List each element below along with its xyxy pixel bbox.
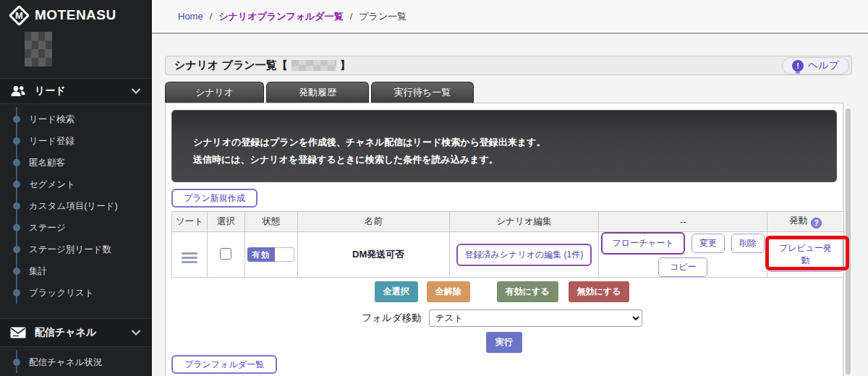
row-checkbox[interactable] bbox=[220, 248, 231, 260]
folder-move-label: フォルダ移動 bbox=[362, 312, 421, 325]
disable-button[interactable]: 無効にする bbox=[569, 281, 630, 302]
question-help-icon[interactable]: ? bbox=[811, 218, 822, 228]
plan-folder-list-button[interactable]: プランフォルダ一覧 bbox=[171, 355, 277, 374]
bullet-icon bbox=[13, 159, 20, 166]
plan-table: ソート 選択 状態 名前 シナリオ編集 -- 発動? bbox=[171, 211, 844, 278]
bullet-icon bbox=[13, 268, 20, 275]
lightbulb-icon: ! bbox=[792, 60, 804, 72]
tab-scenario[interactable]: シナリオ bbox=[165, 82, 264, 103]
clear-all-button[interactable]: 全解除 bbox=[427, 281, 470, 302]
bullet-icon bbox=[13, 224, 20, 231]
col-header-sort: ソート bbox=[172, 212, 208, 232]
col-header-actions: -- bbox=[599, 212, 767, 232]
sidebar-item-stage[interactable]: ステージ bbox=[0, 217, 152, 239]
bullet-icon bbox=[13, 246, 20, 253]
tab-pending-list[interactable]: 実行待ち一覧 bbox=[371, 82, 474, 103]
breadcrumb-separator: / bbox=[350, 11, 353, 22]
select-cell bbox=[207, 232, 244, 278]
sidebar-submenu-channels: 配信チャネル状況 bbox=[0, 347, 152, 376]
sidebar-item-lead-register[interactable]: リード登録 bbox=[0, 130, 152, 152]
sidebar-section-label: リード bbox=[35, 85, 66, 98]
breadcrumb-home-link[interactable]: Home bbox=[178, 11, 203, 22]
enable-button[interactable]: 有効にする bbox=[497, 281, 558, 302]
col-header-trigger: 発動? bbox=[767, 212, 844, 232]
breadcrumb-separator: / bbox=[210, 11, 213, 22]
chevron-down-icon bbox=[132, 88, 140, 94]
sidebar-item-custom-fields[interactable]: カスタム項目(リード) bbox=[0, 195, 152, 217]
bullet-icon bbox=[13, 137, 20, 145]
scrollbar-thumb[interactable] bbox=[846, 108, 851, 375]
copy-button[interactable]: コピー bbox=[658, 257, 708, 277]
page-title-prefix: シナリオ プラン一覧【 bbox=[174, 59, 288, 72]
status-cell: 有効 bbox=[244, 232, 297, 278]
bullet-icon bbox=[13, 116, 20, 123]
trigger-cell: プレビュー発動 bbox=[767, 232, 844, 278]
bullet-icon bbox=[13, 359, 20, 366]
page-title-bar: シナリオ プラン一覧【 】 ! ヘルプ bbox=[165, 56, 852, 75]
sidebar-item-anonymous-customers[interactable]: 匿名顧客 bbox=[0, 152, 152, 174]
breadcrumb-folder-list-link[interactable]: シナリオプランフォルダ一覧 bbox=[218, 10, 343, 23]
table-header-row: ソート 選択 状態 名前 シナリオ編集 -- 発動? bbox=[172, 212, 844, 232]
edit-registered-scenario-button[interactable]: 登録済みシナリオの編集 (1件) bbox=[456, 244, 592, 266]
tab-bar: シナリオ 発動履歴 実行待ち一覧 bbox=[165, 82, 474, 103]
sidebar-submenu-leads: リード検索 リード登録 匿名顧客 セグメント カスタム項目(リード) ステージ … bbox=[0, 104, 152, 307]
logo-text: MOTENASU bbox=[35, 7, 116, 23]
app-logo[interactable]: M MOTENASU bbox=[0, 0, 152, 30]
bullet-icon bbox=[13, 181, 20, 188]
flowchart-button[interactable]: フローチャート bbox=[601, 232, 684, 255]
help-label: ヘルプ bbox=[808, 59, 839, 72]
col-header-select: 選択 bbox=[207, 212, 244, 232]
sidebar-item-leads-per-stage[interactable]: ステージ別リード数 bbox=[0, 239, 152, 260]
status-toggle[interactable]: 有効 bbox=[247, 247, 294, 262]
actions-cell: フローチャート 変更 削除 コピー bbox=[599, 232, 767, 278]
select-all-button[interactable]: 全選択 bbox=[375, 281, 418, 302]
help-button[interactable]: ! ヘルプ bbox=[782, 57, 849, 74]
status-toggle-knob bbox=[275, 247, 294, 262]
plan-name: DM発送可否 bbox=[297, 232, 449, 278]
sidebar-item-lead-search[interactable]: リード検索 bbox=[0, 108, 152, 130]
new-plan-button[interactable]: プラン新規作成 bbox=[171, 189, 258, 208]
redacted-user-info bbox=[25, 32, 52, 67]
change-button[interactable]: 変更 bbox=[692, 234, 725, 253]
drag-handle-icon[interactable] bbox=[182, 252, 197, 263]
col-header-status: 状態 bbox=[244, 212, 297, 232]
scenario-edit-cell: 登録済みシナリオの編集 (1件) bbox=[449, 232, 599, 278]
breadcrumb: Home / シナリオプランフォルダ一覧 / プラン一覧 bbox=[152, 0, 868, 34]
notice-line-1: シナリオの登録はプランを作成後、チャネル配信はリード検索から登録出来ます。 bbox=[193, 134, 837, 151]
notice-box: シナリオの登録はプランを作成後、チャネル配信はリード検索から登録出来ます。 送信… bbox=[171, 110, 837, 182]
chevron-down-icon bbox=[132, 330, 140, 336]
sidebar: M MOTENASU リード リード検索 リード登録 匿名顧客 セグメント カス… bbox=[0, 0, 152, 376]
sort-cell bbox=[172, 232, 208, 278]
preview-trigger-button[interactable]: プレビュー発動 bbox=[767, 237, 843, 272]
users-icon bbox=[10, 85, 26, 97]
bullet-icon bbox=[13, 289, 20, 296]
folder-move-row: フォルダ移動 テスト bbox=[166, 309, 838, 327]
bulk-actions: 全選択 全解除 有効にする 無効にする bbox=[166, 281, 838, 302]
page-title-suffix: 】 bbox=[340, 59, 351, 72]
sidebar-section-label: 配信チャネル bbox=[35, 326, 96, 339]
folder-move-select[interactable]: テスト bbox=[429, 309, 642, 327]
main-area: Home / シナリオプランフォルダ一覧 / プラン一覧 シナリオ プラン一覧【… bbox=[152, 0, 868, 376]
sidebar-item-blacklist[interactable]: ブラックリスト bbox=[0, 282, 152, 304]
redacted-title-text bbox=[292, 60, 336, 71]
bullet-icon bbox=[13, 202, 20, 210]
notice-line-2: 送信時には、シナリオを登録するときに検索した条件を読み込みます。 bbox=[193, 151, 837, 168]
col-header-scenario-edit: シナリオ編集 bbox=[449, 212, 599, 232]
tab-trigger-history[interactable]: 発動履歴 bbox=[266, 82, 369, 103]
sidebar-item-segments[interactable]: セグメント bbox=[0, 174, 152, 195]
col-header-name: 名前 bbox=[297, 212, 449, 232]
sidebar-item-aggregate[interactable]: 集計 bbox=[0, 260, 152, 282]
execute-button[interactable]: 実行 bbox=[486, 332, 522, 353]
status-toggle-label: 有効 bbox=[247, 247, 275, 262]
table-row: 有効 DM発送可否 登録済みシナリオの編集 (1件) フローチャート 変更 削除 bbox=[172, 232, 844, 278]
sidebar-section-channels[interactable]: 配信チャネル bbox=[0, 318, 152, 347]
mail-icon bbox=[10, 327, 26, 338]
logo-diamond-icon: M bbox=[9, 4, 30, 26]
breadcrumb-current: プラン一覧 bbox=[359, 10, 407, 23]
sidebar-section-leads[interactable]: リード bbox=[0, 78, 152, 104]
sidebar-item-channel-status[interactable]: 配信チャネル状況 bbox=[0, 351, 152, 373]
delete-button[interactable]: 削除 bbox=[731, 234, 765, 253]
content-panel: シナリオの登録はプランを作成後、チャネル配信はリード検索から登録出来ます。 送信… bbox=[165, 103, 843, 376]
